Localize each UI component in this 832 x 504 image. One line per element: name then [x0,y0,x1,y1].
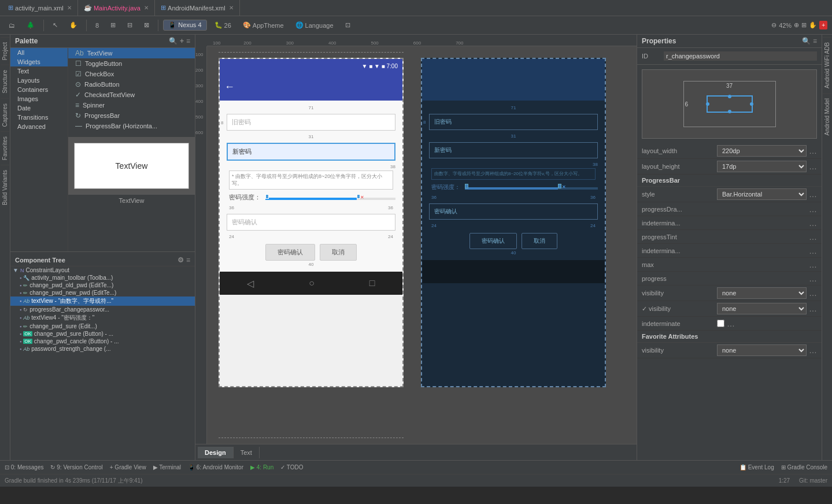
prop-visibility-select[interactable]: nonevisiblegone [717,287,807,299]
sidebar-tab-build-variants[interactable]: Build Variants [1,165,9,210]
anchor-left[interactable] [706,102,709,106]
zoom-plus-icon[interactable]: ⊕ [794,21,799,29]
tab-text[interactable]: Text [234,447,260,458]
prop-layout-width-input[interactable]: 220dpwrap_contentmatch_parent [717,145,807,157]
terminal-btn[interactable]: ▶ Terminal [153,464,181,470]
old-pwd-field[interactable]: 旧密码 [227,114,395,131]
anchor-top[interactable] [728,95,731,98]
language-selector[interactable]: 🌐 Language [291,20,338,31]
prop-fav-visibility-select[interactable]: nonevisible [717,344,807,356]
palette-cat-transitions[interactable]: Transitions [10,113,68,122]
api-selector[interactable]: 🐛 26 [210,20,235,31]
select-btn[interactable]: ↖ [49,20,62,31]
palette-cat-containers[interactable]: Containers [10,85,68,94]
prop-visibility2-select[interactable]: nonevisible [717,303,807,314]
prop-progressdra-dots[interactable]: … [809,205,817,214]
multi-device-btn[interactable]: ⊡ [341,20,354,31]
bp-handle-right[interactable] [558,184,561,188]
gradle-view-btn[interactable]: + Gradle View [110,464,146,470]
sidebar-tab-wifi-adb[interactable]: Android WiFi ADB [823,37,831,93]
bp-cancel-btn[interactable]: 取消 [522,233,557,249]
palette-item-togglebutton[interactable]: ☐ ToggleButton [68,58,195,69]
tree-item-old-pwd[interactable]: ▪ ✏ change_pwd_old_pwd (EditTe...) [10,281,195,289]
hand-icon[interactable]: ✋ [809,21,817,29]
prop-id-input[interactable] [664,51,817,61]
prop-indetermina1-dots[interactable]: … [809,218,817,228]
prop-style-dots[interactable]: … [809,190,817,199]
palette-item-checkbox[interactable]: ☑ CheckBox [68,69,195,79]
tree-settings-icon[interactable]: ⚙ [178,256,184,264]
prop-visibility2-dots[interactable]: … [809,304,817,313]
tree-item-new-pwd[interactable]: ▪ ✏ change_pwd_new_pwd (EditTe...) [10,289,195,297]
prop-visibility-dots[interactable]: … [809,288,817,298]
gradle-console-btn[interactable]: ⊞ Gradle Console [781,464,827,470]
bp-new-pwd[interactable]: 新密码 [429,142,598,158]
palette-item-textview[interactable]: Ab TextView [68,48,195,58]
confirm-field[interactable]: 密码确认 [227,214,395,231]
zoom-out-btn[interactable]: 8 [91,20,103,31]
layout-btn[interactable]: ⊞ [106,20,120,31]
close-tab-2[interactable]: ✕ [229,5,234,11]
sidebar-tab-structure[interactable]: Structure [1,65,9,98]
palette-cat-date[interactable]: Date [10,103,68,113]
blueprint-phone-frame[interactable]: 71 8 旧密码 31 新密码 [421,58,606,387]
palette-item-progressbar[interactable]: ↻ ProgressBar [68,110,195,121]
prop-style-select[interactable]: Bar.Horizontal [717,188,807,200]
prop-height-dots[interactable]: … [809,162,817,171]
prop-width-dots[interactable]: … [809,146,817,155]
menu-icon[interactable]: ≡ [186,37,190,45]
device-selector[interactable]: 📱 Nexus 4 [163,20,206,31]
plus-icon[interactable]: + [180,37,184,45]
bp-old-pwd[interactable]: 旧密码 [429,114,598,130]
prop-fav-visibility-dots[interactable]: … [809,346,817,355]
prop-indetermina2-dots[interactable]: … [809,246,817,255]
delete-icon[interactable]: ✕ [360,195,364,200]
tree-item-password-strength[interactable]: ▪ Ab password_strength_change (... [10,345,195,353]
bp-delete-icon[interactable]: ✕ [562,184,566,190]
theme-selector[interactable]: 🎨 AppTheme [239,20,288,31]
bp-confirm-field[interactable]: 密码确认 [429,203,598,220]
close-tab-0[interactable]: ✕ [67,5,72,11]
tree-item-sure-btn[interactable]: ▪ OK change_pwd_sure (Button) - ... [10,330,195,338]
palette-item-radiobutton[interactable]: ⊙ RadioButton [68,79,195,90]
search-icon[interactable]: 🔍 [169,37,178,45]
prop-indeterminate-check[interactable] [717,320,724,327]
prop-max-dots[interactable]: … [809,260,817,269]
close-tab-1[interactable]: ✕ [144,5,149,11]
align-btn[interactable]: ⊟ [123,20,136,31]
tree-item-toolbar[interactable]: ▪ 🔧 activity_main_toolbar (Toolba...) [10,274,195,281]
back-nav-icon[interactable]: ◁ [247,278,254,289]
sidebar-tab-project[interactable]: Project [1,37,9,65]
tree-item-progressbar[interactable]: ▪ ↻ progressBar_changepasswor... [10,306,195,313]
prop-indeterminate-dots[interactable]: … [727,319,735,328]
bp-handle-left[interactable] [465,184,468,188]
palette-cat-all[interactable]: All [10,48,68,57]
android-btn[interactable]: + [819,21,827,29]
palette-item-checkedtextview[interactable]: ✓ CheckedTextView [68,90,195,100]
prop-menu-icon[interactable]: ≡ [813,37,817,45]
pan-btn[interactable]: ✋ [65,20,82,31]
palette-cat-text[interactable]: Text [10,66,68,76]
anchor-bottom[interactable] [728,110,731,113]
prop-search-icon[interactable]: 🔍 [802,37,811,45]
sidebar-tab-android-model[interactable]: Android Model [823,93,831,140]
palette-cat-widgets[interactable]: Widgets [10,57,68,66]
palette-item-progressbar-h[interactable]: — ProgressBar (Horizonta... [68,121,195,131]
handle-left[interactable] [265,194,269,199]
prop-progresstint-dots[interactable]: … [809,232,817,242]
back-icon[interactable]: ← [224,81,235,93]
run-btn[interactable]: ▶ 4: Run [250,464,273,470]
tab-mainactivity-java[interactable]: ☕ MainActivity.java ✕ [78,0,155,16]
component-tree-btn[interactable]: 🌲 [23,20,39,31]
sidebar-tab-favorites[interactable]: Favorites [1,131,9,165]
palette-item-spinner[interactable]: ≡ Spinner [68,100,195,110]
guides-btn[interactable]: ⊠ [140,20,153,31]
tab-design[interactable]: Design [198,447,234,458]
new-pwd-field[interactable]: 新密码 [227,143,395,161]
tab-androidmanifest-xml[interactable]: ⊞ AndroidManifest.xml ✕ [155,0,240,16]
prop-layout-height-input[interactable]: 17dpwrap_contentmatch_parent [717,161,807,172]
palette-cat-advanced[interactable]: Advanced [10,122,68,131]
palette-cat-images[interactable]: Images [10,94,68,103]
bp-confirm-btn[interactable]: 密码确认 [469,233,517,249]
tree-item-constraint[interactable]: ▼ N ConstraintLayout [10,266,195,274]
